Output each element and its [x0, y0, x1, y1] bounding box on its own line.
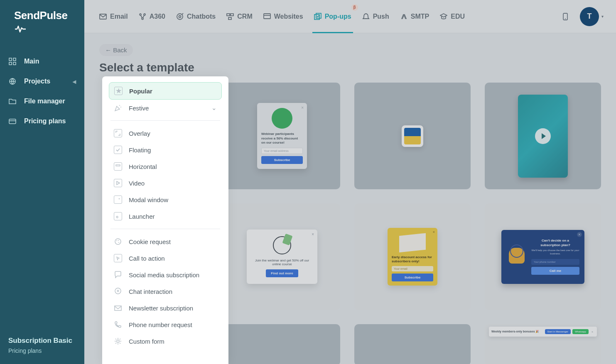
nav-popups[interactable]: Pop-upsβ — [314, 0, 351, 33]
category-horizontal[interactable]: Horizontal — [109, 158, 222, 175]
pricing-link[interactable]: Pricing plans — [8, 347, 76, 354]
template-card[interactable]: × Can't decide on a subscription plan? W… — [485, 203, 601, 310]
svg-point-24 — [115, 239, 121, 244]
folder-icon — [8, 97, 17, 105]
sidebar-item-main[interactable]: Main — [0, 51, 84, 71]
page-title: Select a template — [99, 61, 601, 74]
category-floating[interactable]: Floating — [109, 142, 222, 158]
grid-icon — [8, 57, 17, 66]
template-card[interactable]: × Webinar participants receive a 50% dis… — [224, 83, 340, 189]
whatsapp-button-preview: Whatsapp — [572, 329, 589, 334]
play-icon — [535, 128, 551, 144]
svg-point-30 — [117, 340, 119, 342]
svg-rect-29 — [115, 306, 121, 310]
pulse-icon — [15, 25, 26, 33]
svg-point-10 — [177, 14, 183, 20]
plus-chat-icon — [114, 287, 122, 296]
play-icon — [114, 179, 122, 187]
template-card[interactable]: × Early discount access for subscribers … — [354, 203, 471, 310]
sidebar-item-label: Main — [24, 58, 39, 65]
cta-icon — [114, 254, 122, 262]
nav-websites[interactable]: Websites — [263, 0, 303, 33]
category-launcher[interactable]: Launcher — [109, 208, 222, 225]
findout-button-preview: Find out more — [266, 269, 298, 277]
phone-icon — [114, 320, 122, 329]
template-card[interactable]: × Join the webinar and get 50% off our o… — [224, 203, 340, 310]
push-icon — [362, 13, 370, 20]
globe-icon — [8, 77, 17, 86]
category-newsletter[interactable]: Newsletter subscription — [109, 300, 222, 316]
sidebar-item-projects[interactable]: Projects ◂ — [0, 71, 84, 91]
envelope-icon — [114, 304, 122, 312]
svg-rect-14 — [228, 17, 231, 20]
svg-rect-3 — [13, 62, 16, 65]
svg-point-9 — [142, 18, 143, 20]
category-video[interactable]: Video — [109, 175, 222, 191]
phone-input-preview: Your phone number — [531, 259, 579, 265]
template-card[interactable] — [485, 83, 601, 189]
close-icon: × — [433, 230, 435, 234]
crm-icon — [226, 13, 234, 20]
nav-email[interactable]: Email — [99, 0, 128, 33]
chatbot-icon — [176, 13, 184, 20]
template-card[interactable] — [354, 324, 471, 364]
mobile-icon[interactable] — [562, 13, 569, 20]
category-custom-form[interactable]: Custom form — [109, 333, 222, 349]
category-overlay[interactable]: Overlay — [109, 125, 222, 142]
back-button[interactable]: ← Back — [99, 44, 133, 56]
popup-preview-webinar: × Webinar participants receive a 50% dis… — [257, 103, 307, 169]
sidebar-item-pricing[interactable]: Pricing plans — [0, 111, 84, 131]
nav-push[interactable]: Push — [362, 0, 389, 33]
flag-preview — [402, 125, 423, 147]
svg-point-7 — [140, 14, 141, 15]
close-icon: × — [312, 232, 314, 237]
svg-point-25 — [116, 240, 117, 241]
party-illustration — [272, 108, 292, 129]
edu-icon — [440, 13, 447, 20]
check-icon — [114, 146, 122, 154]
callme-button-preview: Call me — [531, 267, 579, 275]
envelope-illustration — [399, 233, 426, 252]
category-cta[interactable]: Call to action — [109, 250, 222, 266]
subscribe-button-preview: Subscribe — [392, 274, 433, 281]
logo: SendPulse — [0, 0, 84, 43]
user-menu[interactable]: T ▾ — [580, 7, 604, 26]
subscription-label: Subscription Basic — [8, 336, 76, 346]
websites-icon — [263, 13, 271, 20]
category-social[interactable]: Social media subscription — [109, 266, 222, 283]
svg-rect-22 — [116, 165, 120, 166]
template-card[interactable]: Weekly members-only bonuses 🎉 Start in M… — [485, 324, 601, 364]
sidebar-item-label: Projects — [24, 78, 50, 85]
money-illustration — [273, 236, 291, 254]
nav-crm[interactable]: CRM — [226, 0, 252, 33]
window-x-icon — [114, 195, 122, 204]
dot-window-icon — [114, 212, 122, 220]
svg-point-19 — [565, 18, 566, 19]
sidebar-item-file-manager[interactable]: File manager — [0, 91, 84, 111]
template-card[interactable] — [354, 83, 471, 189]
category-cookie[interactable]: Cookie request — [109, 233, 222, 250]
category-popular[interactable]: ★ Popular — [109, 82, 222, 100]
category-phone[interactable]: Phone number request — [109, 316, 222, 333]
close-icon: × — [301, 105, 304, 110]
category-festive[interactable]: Festive ⌄ — [109, 100, 222, 116]
svg-rect-16 — [314, 15, 319, 20]
nav-chatbots[interactable]: Chatbots — [176, 0, 216, 33]
sidebar-item-label: File manager — [24, 98, 65, 105]
nav-smtp[interactable]: SMTP — [400, 0, 429, 33]
category-modal[interactable]: Modal window — [109, 191, 222, 208]
nav-edu[interactable]: EDU — [440, 0, 465, 33]
caret-down-icon: ▾ — [601, 14, 604, 19]
svg-point-26 — [118, 242, 119, 243]
avatar: T — [580, 7, 599, 26]
subscribe-button-preview: Subscribe — [261, 156, 303, 164]
nav-a360[interactable]: A360 — [139, 0, 165, 33]
email-input-preview: Your email address — [261, 148, 303, 154]
email-input-preview: Your email — [392, 266, 433, 271]
category-chat[interactable]: Chat interaction — [109, 283, 222, 300]
video-preview — [518, 95, 568, 178]
svg-point-27 — [118, 240, 119, 241]
popup-preview-strip: Weekly members-only bonuses 🎉 Start in M… — [489, 327, 597, 337]
cookie-icon — [114, 237, 122, 246]
template-card[interactable] — [224, 324, 340, 364]
